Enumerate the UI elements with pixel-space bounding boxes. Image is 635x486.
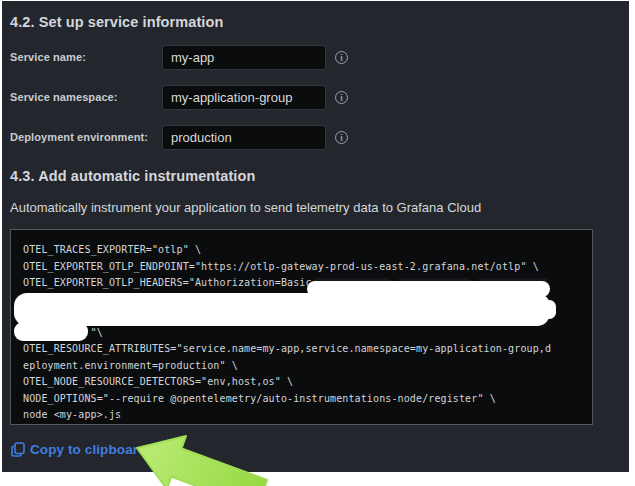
section-heading-instrumentation: 4.3. Add automatic instrumentation — [10, 168, 255, 184]
service-namespace-label: Service namespace: — [10, 85, 118, 110]
info-icon[interactable]: i — [335, 91, 348, 104]
code-line: OTEL_EXPORTER_OTLP_ENDPOINT="https://otl… — [23, 259, 580, 276]
code-line: node <my-app>.js — [23, 407, 580, 424]
copy-to-clipboard-button[interactable]: Copy to clipboard — [11, 441, 146, 457]
instrumentation-description: Automatically instrument your applicatio… — [10, 200, 481, 215]
copy-icon — [11, 442, 25, 457]
otel-env-code-block: OTEL_TRACES_EXPORTER="otlp" \ OTEL_EXPOR… — [10, 229, 593, 425]
code-line: NODE_OPTIONS="--require @opentelemetry/a… — [23, 391, 580, 408]
deployment-environment-input[interactable] — [162, 125, 326, 150]
code-line: eployment.environment=production" \ — [23, 358, 580, 375]
code-line: "\ — [23, 325, 580, 342]
redaction-blob — [14, 322, 88, 341]
screenshot-stage: 4.2. Set up service information Service … — [0, 0, 635, 486]
section-heading-service-info: 4.2. Set up service information — [10, 14, 223, 30]
service-namespace-row: Service namespace: i — [2, 85, 629, 110]
deployment-environment-row: Deployment environment: i — [2, 125, 629, 150]
service-name-input[interactable] — [162, 45, 326, 70]
code-line: OTEL_RESOURCE_ATTRIBUTES="service.name=m… — [23, 341, 580, 358]
service-name-label: Service name: — [10, 45, 86, 70]
copy-to-clipboard-label: Copy to clipboard — [30, 442, 146, 457]
code-line: OTEL_TRACES_EXPORTER="otlp" \ — [23, 242, 580, 259]
redaction-blob — [14, 293, 550, 326]
redaction-blob — [543, 300, 556, 319]
deployment-environment-label: Deployment environment: — [10, 125, 148, 150]
info-icon[interactable]: i — [335, 131, 348, 144]
grafana-setup-panel: 4.2. Set up service information Service … — [2, 1, 629, 472]
service-namespace-input[interactable] — [162, 85, 326, 110]
code-line: OTEL_NODE_RESOURCE_DETECTORS="env,host,o… — [23, 374, 580, 391]
service-name-row: Service name: i — [2, 45, 629, 70]
info-icon[interactable]: i — [335, 51, 348, 64]
